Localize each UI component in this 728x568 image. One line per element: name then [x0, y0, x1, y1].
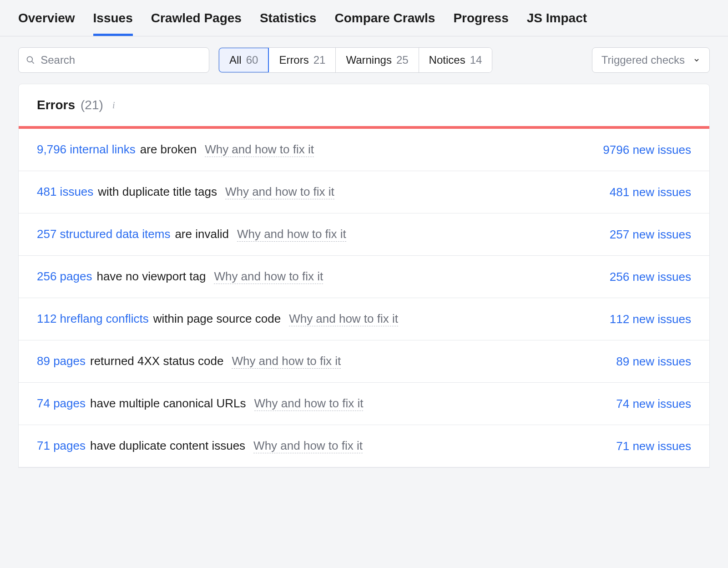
- issue-link[interactable]: 112 hreflang conflicts: [37, 312, 149, 326]
- issue-description: within page source code: [153, 312, 281, 326]
- issue-row: 9,796 internal linksare brokenWhy and ho…: [19, 129, 709, 171]
- issue-link[interactable]: 74 pages: [37, 396, 86, 411]
- search-box[interactable]: [18, 47, 209, 73]
- controls-row: All60Errors21Warnings25Notices14 Trigger…: [0, 36, 728, 84]
- issue-link[interactable]: 89 pages: [37, 354, 86, 368]
- filter-count: 21: [313, 54, 326, 66]
- dropdown-label: Triggered checks: [602, 54, 685, 66]
- issue-row: 481 issueswith duplicate title tagsWhy a…: [19, 171, 709, 213]
- tab-progress[interactable]: Progress: [453, 11, 508, 36]
- filter-notices[interactable]: Notices14: [419, 48, 492, 72]
- new-issues-link[interactable]: 89 new issues: [616, 355, 691, 369]
- issue-left: 74 pageshave multiple canonical URLsWhy …: [37, 396, 363, 411]
- issue-link[interactable]: 481 issues: [37, 185, 93, 199]
- tab-crawled-pages[interactable]: Crawled Pages: [151, 11, 242, 36]
- why-and-how-link[interactable]: Why and how to fix it: [237, 227, 346, 242]
- issue-left: 71 pageshave duplicate content issuesWhy…: [37, 439, 363, 453]
- issue-row: 74 pageshave multiple canonical URLsWhy …: [19, 383, 709, 425]
- why-and-how-link[interactable]: Why and how to fix it: [253, 439, 363, 453]
- filter-count: 25: [396, 54, 409, 66]
- issue-left: 89 pagesreturned 4XX status codeWhy and …: [37, 354, 341, 369]
- new-issues-link[interactable]: 9796 new issues: [603, 143, 691, 157]
- issue-left: 9,796 internal linksare brokenWhy and ho…: [37, 142, 314, 157]
- filter-warnings[interactable]: Warnings25: [336, 48, 419, 72]
- filter-all[interactable]: All60: [218, 47, 269, 73]
- issue-link[interactable]: 256 pages: [37, 269, 92, 284]
- issue-description: with duplicate title tags: [98, 185, 217, 199]
- issue-description: are broken: [140, 142, 197, 157]
- search-input[interactable]: [40, 54, 202, 66]
- panel-count: (21): [81, 98, 103, 112]
- issue-row: 256 pageshave no viewport tagWhy and how…: [19, 256, 709, 298]
- tab-issues[interactable]: Issues: [93, 11, 133, 36]
- why-and-how-link[interactable]: Why and how to fix it: [225, 185, 334, 199]
- tabs-bar: OverviewIssuesCrawled PagesStatisticsCom…: [0, 0, 728, 36]
- info-icon[interactable]: i: [109, 100, 119, 110]
- issue-link[interactable]: 257 structured data items: [37, 227, 170, 241]
- issue-description: have no viewport tag: [96, 269, 206, 284]
- svg-line-1: [32, 61, 34, 64]
- panel-header: Errors (21) i: [19, 84, 709, 126]
- why-and-how-link[interactable]: Why and how to fix it: [289, 312, 398, 326]
- svg-point-0: [27, 56, 33, 62]
- issue-row: 257 structured data itemsare invalidWhy …: [19, 213, 709, 256]
- issue-description: have multiple canonical URLs: [90, 396, 246, 411]
- filter-count: 60: [246, 54, 258, 66]
- issue-row: 89 pagesreturned 4XX status codeWhy and …: [19, 340, 709, 383]
- panel-title: Errors: [37, 98, 75, 112]
- why-and-how-link[interactable]: Why and how to fix it: [254, 396, 364, 411]
- new-issues-link[interactable]: 481 new issues: [610, 185, 691, 199]
- issue-description: returned 4XX status code: [90, 354, 223, 368]
- new-issues-link[interactable]: 112 new issues: [610, 312, 691, 326]
- issue-description: are invalid: [175, 227, 229, 241]
- why-and-how-link[interactable]: Why and how to fix it: [232, 354, 341, 369]
- chevron-down-icon: [693, 56, 700, 64]
- issue-link[interactable]: 9,796 internal links: [37, 142, 136, 157]
- tab-statistics[interactable]: Statistics: [260, 11, 317, 36]
- tab-js-impact[interactable]: JS Impact: [527, 11, 587, 36]
- filter-label: Errors: [279, 54, 308, 66]
- filter-count: 14: [470, 54, 482, 66]
- filter-label: All: [229, 54, 242, 66]
- issue-row: 71 pageshave duplicate content issuesWhy…: [19, 425, 709, 467]
- issue-row: 112 hreflang conflictswithin page source…: [19, 298, 709, 340]
- why-and-how-link[interactable]: Why and how to fix it: [214, 269, 323, 284]
- new-issues-link[interactable]: 71 new issues: [616, 439, 691, 453]
- filter-errors[interactable]: Errors21: [269, 48, 336, 72]
- new-issues-link[interactable]: 257 new issues: [610, 228, 691, 242]
- why-and-how-link[interactable]: Why and how to fix it: [205, 142, 314, 157]
- issue-link[interactable]: 71 pages: [37, 439, 86, 453]
- tab-overview[interactable]: Overview: [18, 11, 75, 36]
- new-issues-link[interactable]: 74 new issues: [616, 397, 691, 411]
- filter-label: Notices: [429, 54, 465, 66]
- filter-group: All60Errors21Warnings25Notices14: [218, 47, 492, 73]
- issue-left: 257 structured data itemsare invalidWhy …: [37, 227, 346, 242]
- issue-description: have duplicate content issues: [90, 439, 245, 453]
- issue-left: 256 pageshave no viewport tagWhy and how…: [37, 269, 323, 284]
- issue-left: 112 hreflang conflictswithin page source…: [37, 312, 398, 326]
- filter-label: Warnings: [346, 54, 391, 66]
- issues-list: 9,796 internal linksare brokenWhy and ho…: [19, 129, 709, 467]
- issue-left: 481 issueswith duplicate title tagsWhy a…: [37, 185, 334, 199]
- new-issues-link[interactable]: 256 new issues: [610, 270, 691, 284]
- search-icon: [26, 55, 35, 65]
- triggered-checks-dropdown[interactable]: Triggered checks: [592, 47, 710, 73]
- errors-panel: Errors (21) i 9,796 internal linksare br…: [18, 84, 710, 468]
- tab-compare-crawls[interactable]: Compare Crawls: [334, 11, 435, 36]
